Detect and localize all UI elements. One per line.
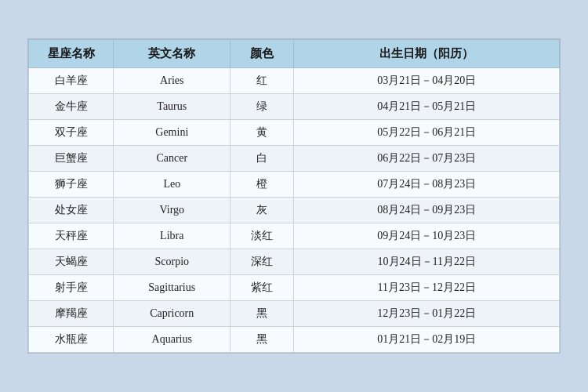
table-row: 摩羯座Capricorn黑12月23日－01月22日: [29, 301, 560, 327]
cell-zh-name: 射手座: [29, 275, 114, 301]
zodiac-table: 星座名称 英文名称 颜色 出生日期（阳历） 白羊座Aries红03月21日－04…: [28, 39, 560, 353]
cell-color: 黑: [230, 327, 294, 353]
table-row: 处女座Virgo灰08月24日－09月23日: [29, 198, 560, 223]
cell-en-name: Cancer: [114, 146, 230, 172]
cell-zh-name: 天秤座: [29, 223, 114, 249]
cell-en-name: Leo: [114, 172, 230, 198]
cell-date: 10月24日－11月22日: [294, 249, 560, 275]
cell-color: 紫红: [230, 275, 294, 301]
cell-zh-name: 摩羯座: [29, 301, 114, 327]
cell-zh-name: 处女座: [29, 198, 114, 223]
cell-en-name: Scorpio: [114, 249, 230, 275]
header-date: 出生日期（阳历）: [294, 40, 560, 68]
cell-color: 白: [230, 146, 294, 172]
cell-zh-name: 巨蟹座: [29, 146, 114, 172]
cell-date: 03月21日－04月20日: [294, 68, 560, 94]
cell-en-name: Sagittarius: [114, 275, 230, 301]
header-zh-name: 星座名称: [29, 40, 114, 68]
cell-zh-name: 狮子座: [29, 172, 114, 198]
cell-en-name: Aquarius: [114, 327, 230, 353]
cell-color: 黑: [230, 301, 294, 327]
cell-en-name: Capricorn: [114, 301, 230, 327]
zodiac-table-container: 星座名称 英文名称 颜色 出生日期（阳历） 白羊座Aries红03月21日－04…: [27, 38, 561, 354]
cell-color: 淡红: [230, 223, 294, 249]
cell-en-name: Aries: [114, 68, 230, 94]
cell-color: 黄: [230, 120, 294, 146]
cell-en-name: Taurus: [114, 94, 230, 120]
cell-en-name: Libra: [114, 223, 230, 249]
table-body: 白羊座Aries红03月21日－04月20日金牛座Taurus绿04月21日－0…: [29, 68, 560, 353]
header-color: 颜色: [230, 40, 294, 68]
header-en-name: 英文名称: [114, 40, 230, 68]
table-header-row: 星座名称 英文名称 颜色 出生日期（阳历）: [29, 40, 560, 68]
cell-date: 06月22日－07月23日: [294, 146, 560, 172]
table-row: 白羊座Aries红03月21日－04月20日: [29, 68, 560, 94]
cell-color: 深红: [230, 249, 294, 275]
table-row: 狮子座Leo橙07月24日－08月23日: [29, 172, 560, 198]
cell-zh-name: 水瓶座: [29, 327, 114, 353]
cell-zh-name: 金牛座: [29, 94, 114, 120]
cell-date: 11月23日－12月22日: [294, 275, 560, 301]
cell-color: 橙: [230, 172, 294, 198]
table-row: 天蝎座Scorpio深红10月24日－11月22日: [29, 249, 560, 275]
table-row: 巨蟹座Cancer白06月22日－07月23日: [29, 146, 560, 172]
cell-date: 05月22日－06月21日: [294, 120, 560, 146]
table-row: 水瓶座Aquarius黑01月21日－02月19日: [29, 327, 560, 353]
cell-zh-name: 白羊座: [29, 68, 114, 94]
cell-color: 灰: [230, 198, 294, 223]
cell-date: 07月24日－08月23日: [294, 172, 560, 198]
cell-date: 01月21日－02月19日: [294, 327, 560, 353]
table-row: 射手座Sagittarius紫红11月23日－12月22日: [29, 275, 560, 301]
table-row: 天秤座Libra淡红09月24日－10月23日: [29, 223, 560, 249]
table-row: 金牛座Taurus绿04月21日－05月21日: [29, 94, 560, 120]
table-row: 双子座Gemini黄05月22日－06月21日: [29, 120, 560, 146]
cell-color: 绿: [230, 94, 294, 120]
cell-date: 08月24日－09月23日: [294, 198, 560, 223]
cell-zh-name: 天蝎座: [29, 249, 114, 275]
cell-en-name: Virgo: [114, 198, 230, 223]
cell-zh-name: 双子座: [29, 120, 114, 146]
cell-date: 09月24日－10月23日: [294, 223, 560, 249]
cell-color: 红: [230, 68, 294, 94]
cell-en-name: Gemini: [114, 120, 230, 146]
cell-date: 12月23日－01月22日: [294, 301, 560, 327]
cell-date: 04月21日－05月21日: [294, 94, 560, 120]
